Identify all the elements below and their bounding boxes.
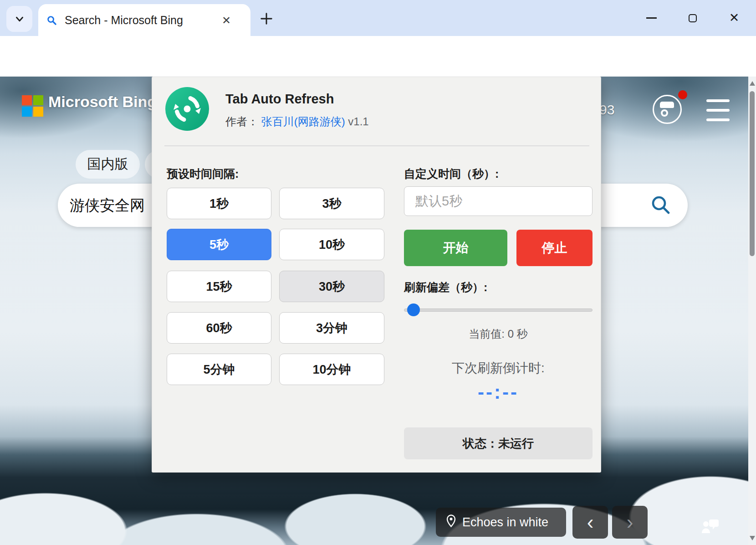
bing-page: Microsoft Bing 93 国内版 游侠安全网 Echoes in wh…: [0, 77, 756, 545]
bar: [706, 99, 730, 102]
maximize-icon: [689, 14, 697, 22]
rewards-points: 93: [599, 102, 614, 118]
preset-3s-button[interactable]: 3秒: [279, 188, 384, 219]
close-window-icon: ✕: [729, 12, 740, 24]
new-tab-button[interactable]: [258, 10, 275, 27]
offset-slider[interactable]: [404, 303, 593, 317]
preset-1s-button[interactable]: 1秒: [167, 188, 271, 219]
popup-title: Tab Auto Refresh: [225, 92, 334, 107]
microsoft-logo: [22, 95, 43, 117]
countdown-label: 下次刷新倒计时:: [404, 360, 593, 377]
minimize-button[interactable]: [635, 0, 667, 36]
maximize-button[interactable]: [677, 0, 709, 36]
author-prefix: 作者：: [225, 115, 258, 128]
ms-square-green: [33, 95, 43, 105]
preset-10s-button[interactable]: 10秒: [279, 229, 384, 260]
custom-time-label: 自定义时间（秒）:: [404, 166, 499, 181]
camera-cap: [660, 102, 674, 108]
page-scrollbar[interactable]: [748, 77, 756, 545]
photo-caption-bar[interactable]: Echoes in white: [436, 508, 566, 537]
slider-track[interactable]: [404, 308, 593, 312]
hamburger-menu-icon[interactable]: [706, 99, 730, 121]
preset-5min-button[interactable]: 5分钟: [167, 354, 271, 385]
preset-interval-label: 预设时间间隔:: [167, 166, 239, 181]
preset-60s-button[interactable]: 60秒: [167, 312, 271, 344]
close-window-button[interactable]: ✕: [718, 0, 750, 36]
tab-auto-refresh-logo-icon: [165, 87, 209, 131]
bar: [706, 109, 730, 112]
refresh-offset-label: 刷新偏差（秒）:: [404, 280, 487, 295]
scroll-up-arrow-icon[interactable]: [750, 81, 755, 86]
search-favicon-icon: [46, 15, 57, 26]
photo-caption-text: Echoes in white: [462, 508, 548, 537]
chevron-left-icon: ‹: [587, 512, 594, 532]
plus-icon: [258, 10, 275, 27]
preset-10min-button[interactable]: 10分钟: [279, 354, 384, 385]
preset-3min-button[interactable]: 3分钟: [279, 312, 384, 344]
scrollbar-thumb[interactable]: [750, 91, 755, 256]
chevron-down-icon: [13, 12, 26, 26]
camera-lens: [661, 109, 668, 117]
close-tab-icon[interactable]: ✕: [219, 13, 234, 28]
rewards-camera-icon[interactable]: [653, 95, 682, 124]
chevron-right-icon: ›: [627, 512, 633, 532]
ms-square-blue: [22, 107, 32, 117]
scroll-down-arrow-icon[interactable]: [750, 536, 755, 540]
stop-button[interactable]: 停止: [516, 230, 593, 266]
browser-toolbar: cn.bing.com/?FORM=BEHPTB&ensearch=1 yd: [0, 36, 756, 77]
preset-30s-button[interactable]: 30秒: [279, 271, 384, 302]
tab-title: Search - Microsoft Bing: [65, 4, 183, 36]
offset-current-value: 当前值: 0 秒: [404, 327, 593, 341]
ms-square-yellow: [33, 107, 43, 117]
tab-search-button[interactable]: [6, 6, 32, 32]
tab-domestic-version[interactable]: 国内版: [76, 150, 140, 179]
popup-author-line: 作者： 张百川(网路游侠) v1.1: [225, 114, 369, 129]
minimize-icon: [646, 17, 657, 19]
feedback-chat-icon[interactable]: [700, 516, 721, 537]
preset-5s-button[interactable]: 5秒: [167, 229, 271, 260]
custom-time-input[interactable]: [404, 186, 593, 216]
tab-strip: Search - Microsoft Bing ✕ ✕: [0, 0, 756, 36]
tab-auto-refresh-popup: Tab Auto Refresh 作者： 张百川(网路游侠) v1.1 预设时间…: [152, 77, 601, 473]
bar: [706, 118, 730, 121]
status-badge: 状态：未运行: [404, 427, 593, 459]
search-magnifier-icon[interactable]: [650, 195, 671, 216]
start-button[interactable]: 开始: [404, 230, 507, 266]
search-query-text: 游侠安全网: [70, 184, 145, 227]
previous-image-button[interactable]: ‹: [572, 506, 608, 539]
notification-dot: [678, 90, 687, 99]
next-image-button[interactable]: ›: [612, 506, 648, 539]
location-pin-icon: [445, 514, 457, 530]
browser-window: Search - Microsoft Bing ✕ ✕: [0, 0, 756, 545]
popup-divider: [164, 145, 589, 146]
bing-logo-text: Microsoft Bing: [48, 93, 157, 111]
ms-square-red: [22, 95, 32, 105]
countdown-value: --:--: [404, 381, 593, 403]
browser-tab[interactable]: Search - Microsoft Bing ✕: [38, 4, 250, 36]
preset-15s-button[interactable]: 15秒: [167, 271, 271, 302]
version-label: v1.1: [348, 115, 368, 128]
slider-thumb[interactable]: [407, 303, 420, 316]
author-link[interactable]: 张百川(网路游侠): [261, 115, 345, 128]
